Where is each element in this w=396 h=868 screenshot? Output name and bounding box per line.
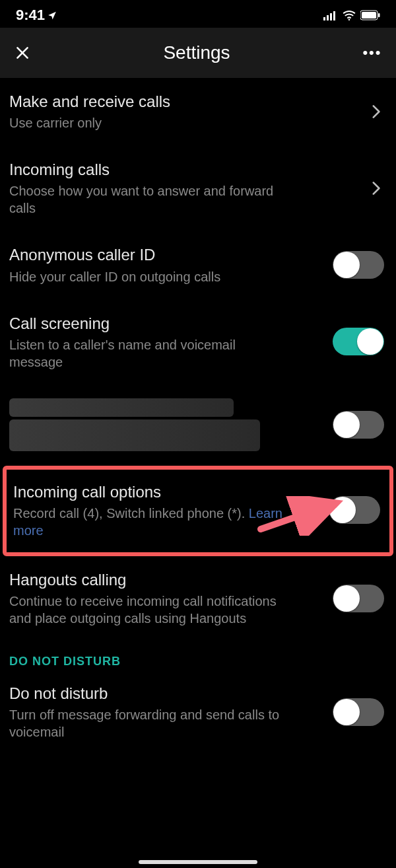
row-subtitle: Turn off message forwarding and send cal…	[9, 706, 286, 741]
row-subtitle: Listen to a caller's name and voicemail …	[9, 336, 286, 371]
row-incoming-call-options: Incoming call options Record call (4), S…	[3, 466, 393, 556]
row-subtitle: Continue to receive incoming call notifi…	[9, 593, 286, 627]
svg-rect-1	[327, 15, 329, 20]
row-subtitle: Hide your caller ID on outgoing calls	[9, 268, 286, 285]
row-title: Hangouts calling	[9, 569, 323, 590]
row-title: Make and receive calls	[9, 91, 358, 112]
row-redacted	[0, 385, 396, 466]
device-notch	[132, 0, 264, 22]
toggle-call-screening[interactable]	[333, 328, 384, 355]
row-subtitle-text: Record call (4), Switch linked phone (*)…	[13, 506, 249, 521]
chevron-right-icon	[367, 180, 384, 197]
wifi-icon	[342, 10, 356, 20]
toggle-incoming-call-options[interactable]	[329, 496, 380, 524]
svg-rect-2	[330, 13, 332, 20]
page-title: Settings	[163, 42, 230, 63]
toggle-anonymous-caller-id[interactable]	[333, 251, 384, 279]
row-call-screening: Call screening Listen to a caller's name…	[0, 300, 396, 385]
row-anonymous-caller-id: Anonymous caller ID Hide your caller ID …	[0, 231, 396, 299]
row-title: Incoming call options	[13, 482, 319, 502]
status-time: 9:41	[16, 7, 45, 24]
home-indicator[interactable]	[139, 860, 257, 864]
more-button[interactable]: •••	[362, 44, 383, 61]
row-title: Do not disturb	[9, 683, 323, 704]
toggle-hangouts-calling[interactable]	[333, 585, 384, 612]
battery-icon	[360, 10, 380, 20]
row-subtitle: Record call (4), Switch linked phone (*)…	[13, 505, 290, 539]
settings-list: Make and receive calls Use carrier only …	[0, 78, 396, 755]
chevron-right-icon	[367, 103, 384, 120]
app-header: Settings •••	[0, 28, 396, 78]
svg-rect-3	[333, 11, 335, 20]
row-subtitle: Choose how you want to answer and forwar…	[9, 182, 286, 217]
row-do-not-disturb: Do not disturb Turn off message forwardi…	[0, 670, 396, 755]
row-subtitle-redacted	[9, 419, 260, 451]
toggle-do-not-disturb[interactable]	[333, 698, 384, 726]
svg-rect-7	[378, 13, 380, 17]
close-button[interactable]	[13, 44, 32, 62]
svg-point-4	[348, 18, 350, 20]
row-subtitle: Use carrier only	[9, 114, 286, 131]
row-title-redacted	[9, 398, 234, 417]
location-icon	[48, 7, 57, 24]
row-make-receive-calls[interactable]: Make and receive calls Use carrier only	[0, 78, 396, 146]
svg-rect-0	[323, 17, 325, 20]
toggle-redacted[interactable]	[333, 411, 384, 439]
row-title: Incoming calls	[9, 159, 358, 180]
row-title: Anonymous caller ID	[9, 244, 323, 265]
cellular-icon	[323, 10, 338, 20]
row-incoming-calls[interactable]: Incoming calls Choose how you want to an…	[0, 146, 396, 231]
row-title: Call screening	[9, 313, 323, 334]
section-header-dnd: DO NOT DISTURB	[0, 641, 396, 670]
row-hangouts-calling: Hangouts calling Continue to receive inc…	[0, 556, 396, 641]
svg-rect-6	[362, 12, 376, 18]
